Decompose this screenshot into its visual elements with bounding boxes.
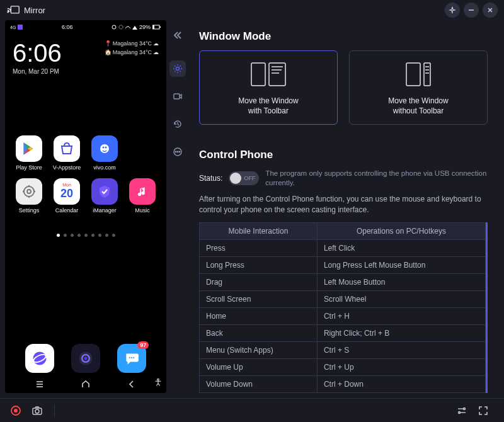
phone-screen[interactable]: 4G 6:06 29% 6:06 bbox=[5, 20, 166, 393]
status-label: Status: bbox=[199, 174, 222, 183]
clock-widget: 6:06 Mon, Mar 20 PM 📍Magalang 34°C☁ 🏠Mag… bbox=[5, 34, 166, 75]
dock-camera[interactable] bbox=[71, 344, 100, 373]
dock-messages-badge: 97 bbox=[137, 341, 149, 349]
app-music[interactable]: Music bbox=[125, 178, 160, 214]
svg-point-43 bbox=[179, 151, 180, 152]
bottombar bbox=[0, 398, 504, 422]
cell-interaction: Home bbox=[200, 307, 318, 324]
minimize-button[interactable] bbox=[464, 3, 479, 18]
card-with-toolbar-icon bbox=[245, 59, 292, 89]
tab-history[interactable] bbox=[169, 116, 186, 132]
control-phone-toggle[interactable]: OFF bbox=[229, 171, 259, 185]
svg-point-55 bbox=[14, 409, 18, 413]
cell-operation: Left Click bbox=[317, 239, 485, 256]
svg-line-35 bbox=[158, 384, 160, 386]
table-row: DragLeft Mouse Button bbox=[200, 273, 486, 290]
cell-operation: Ctrl + Down bbox=[317, 375, 485, 392]
main-area: 4G 6:06 29% 6:06 bbox=[0, 20, 504, 398]
cell-interaction: Long Press bbox=[200, 256, 318, 273]
cell-operation: Left Mouse Button bbox=[317, 273, 485, 290]
titlebar: Mirror bbox=[0, 0, 504, 20]
hotkey-table-container[interactable]: Mobile Interaction Operations on PC/Hotk… bbox=[199, 222, 488, 393]
window-mode-title: Window Mode bbox=[199, 30, 488, 43]
collapse-sidebar-button[interactable] bbox=[173, 30, 183, 43]
settings-content[interactable]: Window Mode Move the Windowwith Toolbar bbox=[189, 20, 499, 393]
card-without-toolbar[interactable]: Move the Windowwithout Toolbar bbox=[349, 50, 488, 125]
svg-point-6 bbox=[112, 25, 116, 29]
svg-point-1 bbox=[8, 11, 8, 12]
svg-rect-49 bbox=[406, 63, 420, 86]
weather-widget: 📍Magalang 34°C☁ 🏠Magalang 34°C☁ bbox=[105, 40, 159, 75]
dock-messages[interactable]: 97 bbox=[117, 344, 146, 373]
svg-rect-44 bbox=[251, 63, 265, 86]
fullscreen-button[interactable] bbox=[475, 402, 491, 419]
cell-interaction: Press bbox=[200, 239, 318, 256]
app-logo: Mirror bbox=[6, 5, 45, 15]
table-row: Volume DownCtrl + Down bbox=[200, 375, 486, 392]
tab-settings[interactable] bbox=[169, 60, 186, 77]
card-caption: Move the Windowwithout Toolbar bbox=[388, 96, 448, 116]
control-phone-title: Control Phone bbox=[199, 149, 488, 161]
svg-point-36 bbox=[176, 67, 180, 71]
nav-menu-button[interactable] bbox=[30, 379, 49, 389]
app-v-appstore[interactable]: V-Appstore bbox=[49, 135, 84, 171]
svg-point-42 bbox=[177, 151, 178, 152]
dock-browser[interactable] bbox=[25, 344, 54, 373]
pin-icon: 📍 bbox=[105, 40, 112, 47]
settings-tab-rail bbox=[166, 20, 189, 393]
table-row: Scroll ScreenScroll Wheel bbox=[200, 290, 486, 307]
hotkey-table: Mobile Interaction Operations on PC/Hotk… bbox=[199, 222, 486, 393]
cell-interaction: Menu (Switch Apps) bbox=[200, 341, 318, 358]
svg-rect-9 bbox=[152, 25, 154, 29]
nav-back-button[interactable] bbox=[122, 379, 141, 389]
svg-point-14 bbox=[24, 186, 34, 197]
phone-navbar bbox=[5, 375, 166, 393]
accessibility-icon[interactable] bbox=[154, 378, 163, 389]
tab-more[interactable] bbox=[169, 144, 186, 160]
table-row: Volume UpCtrl + Up bbox=[200, 358, 486, 375]
svg-point-7 bbox=[119, 25, 123, 29]
window-mode-cards: Move the Windowwith Toolbar Move the Win… bbox=[199, 50, 488, 125]
table-row: PressLeft Click bbox=[200, 239, 486, 256]
svg-point-31 bbox=[158, 379, 159, 380]
phone-statusbar: 4G 6:06 29% bbox=[5, 20, 166, 34]
pin-button[interactable] bbox=[445, 3, 460, 18]
svg-rect-5 bbox=[18, 25, 23, 30]
toggle-panel-button[interactable] bbox=[454, 402, 470, 419]
svg-point-41 bbox=[175, 151, 176, 152]
record-button[interactable] bbox=[8, 402, 24, 419]
app-window: Mirror 4G 6:06 bbox=[0, 0, 504, 422]
cell-operation: Long Press Left Mouse Button bbox=[317, 256, 485, 273]
table-header-operations: Operations on PC/Hotkeys bbox=[317, 222, 485, 239]
card-with-toolbar[interactable]: Move the Windowwith Toolbar bbox=[199, 50, 338, 125]
card-caption: Move the Windowwith Toolbar bbox=[238, 96, 298, 116]
card-without-toolbar-icon bbox=[395, 59, 442, 89]
date-line: Mon, Mar 20 PM bbox=[13, 68, 62, 75]
cell-operation: Ctrl + Up bbox=[317, 358, 485, 375]
home-apps-grid: Play Store V-Appstore vivo.com Settings bbox=[5, 75, 166, 214]
app-play-store[interactable]: Play Store bbox=[11, 135, 47, 171]
svg-rect-37 bbox=[174, 94, 180, 99]
table-header-interaction: Mobile Interaction bbox=[200, 222, 318, 239]
phone-dock: 97 bbox=[5, 335, 166, 375]
phone-mirror-panel[interactable]: 4G 6:06 29% 6:06 bbox=[5, 20, 166, 393]
statusbar-battery: 29% bbox=[139, 24, 151, 30]
cell-operation: Right Click; Ctrl + B bbox=[317, 324, 485, 341]
svg-line-34 bbox=[156, 384, 158, 386]
screenshot-button[interactable] bbox=[29, 402, 45, 419]
tab-record[interactable] bbox=[169, 88, 186, 105]
svg-line-39 bbox=[178, 124, 179, 125]
cell-interaction: Back bbox=[200, 324, 318, 341]
table-row: HomeCtrl + H bbox=[200, 307, 486, 324]
app-settings[interactable]: Settings bbox=[11, 178, 47, 214]
app-vivo-com[interactable]: vivo.com bbox=[87, 135, 122, 171]
nav-home-button[interactable] bbox=[76, 379, 95, 389]
app-calendar[interactable]: Mon20 Calendar bbox=[49, 178, 84, 214]
svg-point-25 bbox=[129, 357, 130, 358]
statusbar-time: 6:06 bbox=[23, 24, 112, 30]
status-note: The program only supports controlling th… bbox=[265, 169, 488, 188]
close-button[interactable] bbox=[483, 3, 498, 18]
table-row: BackRight Click; Ctrl + B bbox=[200, 324, 486, 341]
app-imanager[interactable]: iManager bbox=[87, 178, 122, 214]
svg-point-24 bbox=[84, 357, 88, 360]
